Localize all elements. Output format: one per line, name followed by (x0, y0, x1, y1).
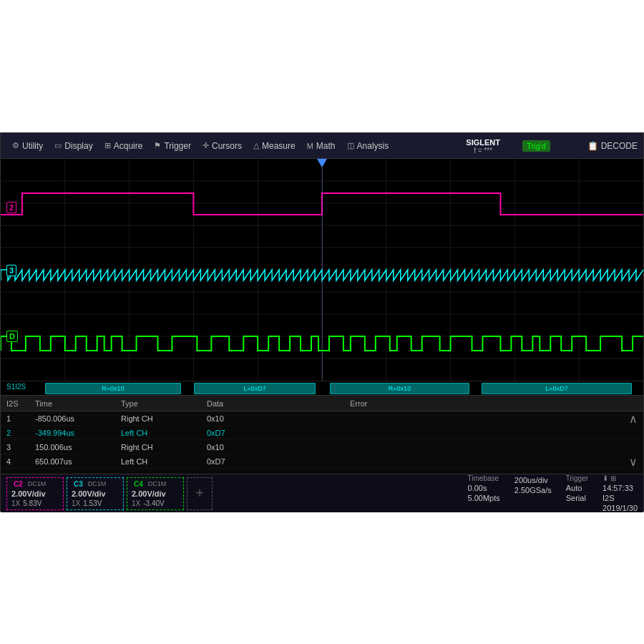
ch2-coupling: DC1M (28, 480, 47, 487)
row4-id: 4 (1, 457, 29, 466)
ch2-vdiv: 2.00V/div (11, 489, 59, 498)
ch2-badge: C2 (11, 480, 25, 488)
ch3-offset: 1.53V (83, 499, 102, 507)
ch4-offset: -3.40V (143, 499, 164, 507)
table-row: 4 650.007us Left CH 0xD7 (1, 454, 643, 469)
clock-date: 2019/1/30 (602, 504, 638, 512)
row2-type: Left CH (115, 429, 201, 437)
trig-status: Trig'd (522, 140, 550, 152)
ch3-probe: 1X (72, 499, 80, 507)
trigger-source: I2S (602, 494, 638, 502)
scroll-up-button[interactable]: ∧ (629, 412, 638, 426)
oscilloscope-display: ⚙ Utility ▭ Display ⊞ Acquire ⚑ Trigger … (0, 132, 644, 512)
utility-label: Utility (22, 141, 43, 151)
trigger-type: Serial (566, 494, 588, 502)
ch4-label: D (6, 331, 18, 342)
menu-bar: ⚙ Utility ▭ Display ⊞ Acquire ⚑ Trigger … (1, 133, 643, 159)
ch4-badge: C4 (132, 480, 145, 488)
timebase-group: Timebase 0.00s 5.00Mpts (468, 474, 500, 512)
timebase-scale-group: 200us/div 2.50GSa/s (514, 474, 552, 512)
status-bar: C2 DC1M 2.00V/div 1X 5.83V C3 DC1M 2.00V… (1, 474, 643, 512)
row3-time: 150.006us (29, 443, 115, 452)
cursors-label: Cursors (212, 141, 242, 151)
analysis-icon: ◫ (347, 141, 354, 150)
row1-time: -850.006us (29, 414, 115, 423)
waveform-area: 2 3 D (1, 159, 643, 381)
col-time: Time (29, 399, 115, 408)
ch3-vdiv: 2.00V/div (72, 489, 119, 498)
row3-id: 3 (1, 443, 29, 452)
timebase-memdepth: 5.00Mpts (468, 494, 500, 502)
display-icon: ▭ (54, 141, 62, 150)
clock-time: 14:57:33 (602, 484, 638, 492)
trigger-marker (317, 159, 327, 381)
trigger-triangle (317, 159, 327, 167)
analysis-label: Analysis (357, 141, 389, 151)
row1-data: 0x10 (201, 414, 344, 423)
ch4-vdiv: 2.00V/div (132, 489, 179, 498)
timebase-offset: 0.00s (468, 484, 500, 492)
decode-label: DECODE (601, 141, 638, 151)
scroll-down-button[interactable]: ∨ (629, 455, 638, 469)
decode-button[interactable]: 📋 DECODE (587, 141, 638, 151)
col-type: Type (115, 399, 201, 408)
trigger-label: Trigger (164, 141, 191, 151)
timebase-info: Timebase 0.00s 5.00Mpts 200us/div 2.50GS… (468, 474, 638, 512)
math-label: Math (316, 141, 336, 151)
trigger-label: Trigger (566, 474, 588, 482)
table-row: 1 -850.006us Right CH 0x10 (1, 411, 643, 426)
row3-type: Right CH (115, 443, 201, 452)
measure-menu[interactable]: △ Measure (248, 138, 301, 154)
cursors-menu[interactable]: ✛ Cursors (197, 138, 248, 154)
math-placeholder: + (187, 477, 213, 510)
table-row: 3 150.006us Right CH 0x10 (1, 440, 643, 454)
display-label: Display (64, 141, 92, 151)
data-table: I2S Time Type Data Error 1 -850.006us Ri… (1, 395, 643, 474)
usb-icon: ⬇ ⊞ (602, 474, 638, 482)
ch4-probe: 1X (132, 499, 140, 507)
ch2-status: C2 DC1M 2.00V/div 1X 5.83V (6, 477, 64, 510)
ch2-probe: 1X (11, 499, 20, 507)
col-error: Error (344, 399, 487, 408)
trigger-mode: Auto (566, 484, 588, 492)
ch3-header: C3 DC1M (72, 480, 119, 488)
brand-name: SIGLENT (466, 137, 500, 146)
data-table-wrapper: I2S Time Type Data Error 1 -850.006us Ri… (1, 395, 643, 474)
analysis-menu[interactable]: ◫ Analysis (341, 138, 395, 154)
table-row: 2 -349.994us Left CH 0xD7 (1, 426, 643, 440)
ch4-header: C4 DC1M (132, 480, 179, 488)
decode-bar: S1I2S R=0x10 L=0xD7 R=0x10 L=0xD7 (1, 381, 643, 395)
acquire-label: Acquire (114, 141, 143, 151)
sample-rate: 2.50GSa/s (514, 486, 552, 494)
decode-seg-2: L=0xD7 (194, 383, 316, 394)
row3-data: 0x10 (201, 443, 344, 452)
ch2-label: 2 (6, 202, 16, 213)
row4-time: 650.007us (29, 457, 115, 466)
ch2-header: C2 DC1M (11, 480, 59, 488)
timebase-scale: 200us/div (514, 476, 552, 484)
ch3-label: 3 (6, 265, 16, 276)
row2-time: -349.994us (29, 429, 115, 437)
cursors-icon: ✛ (203, 141, 209, 150)
freq-display: f = *** (466, 146, 500, 154)
ch2-offset: 5.83V (23, 499, 42, 507)
math-menu[interactable]: M Math (301, 138, 341, 154)
trigger-line (322, 167, 323, 381)
timebase-label: Timebase (468, 474, 500, 482)
trigger-icon: ⚑ (154, 141, 161, 150)
ch4-status: C4 DC1M 2.00V/div 1X -3.40V (127, 477, 184, 510)
row2-id: 2 (1, 429, 29, 437)
math-icon: M (307, 142, 313, 150)
utility-menu[interactable]: ⚙ Utility (6, 138, 49, 154)
decode-seg-3: R=0x10 (330, 383, 469, 394)
row1-id: 1 (1, 414, 29, 423)
trigger-menu[interactable]: ⚑ Trigger (148, 138, 197, 154)
acquire-menu[interactable]: ⊞ Acquire (99, 138, 149, 154)
measure-label: Measure (262, 141, 296, 151)
measure-icon: △ (253, 141, 259, 150)
ch3-coupling: DC1M (88, 480, 107, 487)
table-header: I2S Time Type Data Error (1, 396, 643, 411)
decode-icon: 📋 (587, 141, 598, 151)
brand-info: SIGLENT f = *** (466, 137, 500, 154)
display-menu[interactable]: ▭ Display (49, 138, 98, 154)
